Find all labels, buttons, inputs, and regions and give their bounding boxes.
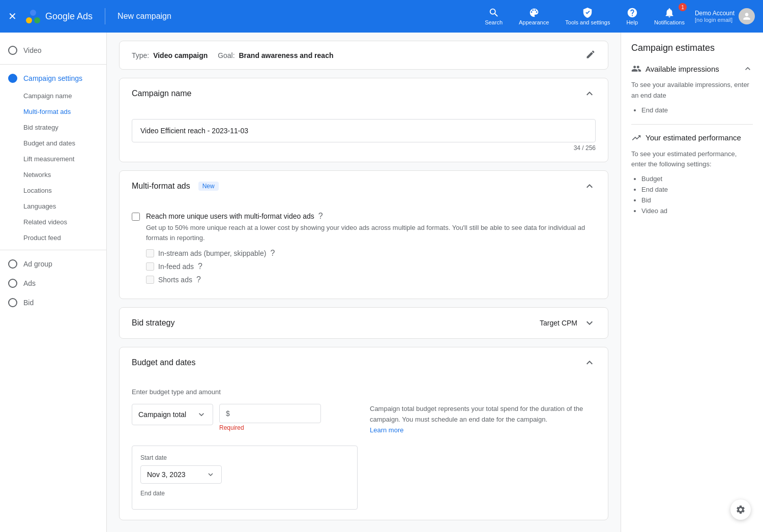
in-feed-help-icon[interactable]: ?: [198, 262, 202, 271]
search-icon: [488, 7, 500, 18]
notifications-action[interactable]: 1 Notifications: [648, 5, 691, 27]
multi-format-card: Multi-format ads New Reach more unique u…: [119, 170, 608, 299]
notification-badge-count: 1: [679, 3, 687, 11]
svg-point-0: [26, 17, 32, 23]
available-impressions-desc: To see your available impressions, enter…: [631, 80, 753, 101]
budget-body: Enter budget type and amount Campaign to…: [120, 378, 608, 520]
goal-label: Goal:: [218, 51, 234, 60]
appearance-action[interactable]: Appearance: [513, 5, 555, 27]
estimated-performance-header: Your estimated performance: [631, 133, 753, 143]
learn-more-link[interactable]: Learn more: [370, 426, 403, 434]
sidebar-item-lift-measurement[interactable]: Lift measurement: [0, 151, 106, 167]
enter-budget-label: Enter budget type and amount: [132, 388, 596, 396]
shorts-checkbox[interactable]: [146, 276, 154, 284]
sidebar-item-locations[interactable]: Locations: [0, 183, 106, 198]
budget-type-select[interactable]: Campaign total: [132, 404, 213, 425]
sidebar-item-multi-format[interactable]: Multi-format ads: [0, 104, 106, 120]
type-goal-card: Type: Video campaign Goal: Brand awarene…: [119, 41, 608, 70]
budget-amount-input[interactable]: [234, 409, 295, 418]
multi-format-checkbox[interactable]: [132, 213, 140, 221]
sidebar-circle-ads: [8, 279, 17, 288]
search-action[interactable]: Search: [479, 5, 509, 27]
edit-button[interactable]: [585, 49, 596, 61]
available-impressions-section: Available impressions To see your availa…: [631, 64, 753, 114]
campaign-name-section-header[interactable]: Campaign name: [120, 78, 608, 109]
tools-action[interactable]: Tools and settings: [559, 5, 616, 27]
edit-icon: [585, 49, 596, 60]
end-date-label: End date: [140, 490, 349, 497]
sidebar-label-ad-group: Ad group: [23, 260, 52, 268]
budget-type-label: Campaign total: [138, 410, 186, 419]
collapse-impressions-icon[interactable]: [743, 64, 753, 74]
collapse-icon-multiformat[interactable]: [583, 180, 596, 192]
multi-format-checkbox-desc: Get up to 50% more unique reach at a low…: [146, 223, 596, 243]
available-impressions-header: Available impressions: [631, 64, 753, 74]
sidebar-item-ads[interactable]: Ads: [0, 274, 106, 293]
bid-strategy-row[interactable]: Bid strategy Target CPM: [120, 308, 608, 338]
sidebar-item-campaign-settings[interactable]: Campaign settings: [0, 69, 106, 88]
sidebar-item-bid[interactable]: Bid: [0, 293, 106, 312]
multi-format-help-icon[interactable]: ?: [318, 212, 323, 221]
sidebar-label-video: Video: [23, 46, 42, 54]
budget-amount-field[interactable]: $: [219, 404, 321, 423]
sidebar-item-budget-dates[interactable]: Budget and dates: [0, 135, 106, 151]
shorts-label: Shorts ads: [158, 276, 192, 284]
type-label: Type:: [132, 51, 149, 60]
in-feed-checkbox[interactable]: [146, 262, 154, 271]
budget-left: Campaign total $ Required: [132, 404, 358, 510]
trending-icon: [631, 133, 641, 143]
topbar-divider: [105, 8, 105, 24]
sidebar-item-related-videos[interactable]: Related videos: [0, 214, 106, 230]
type-goal-text: Type: Video campaign Goal: Brand awarene…: [132, 51, 333, 60]
estimated-performance-section: Your estimated performance To see your e…: [631, 133, 753, 215]
multi-format-checkbox-label: Reach more unique users with multi-forma…: [146, 212, 314, 220]
help-label: Help: [626, 19, 638, 25]
perf-list-item-2: Bid: [641, 196, 753, 204]
multi-format-body: Reach more unique users with multi-forma…: [120, 201, 608, 299]
in-stream-checkbox[interactable]: [146, 249, 154, 257]
bid-strategy-card: Bid strategy Target CPM: [119, 307, 608, 339]
dates-section: Start date Nov 3, 2023 End date: [132, 446, 358, 510]
sidebar-item-product-feed[interactable]: Product feed: [0, 230, 106, 246]
bid-strategy-expand-icon[interactable]: [583, 317, 596, 329]
budget-dates-card: Budget and dates Enter budget type and a…: [119, 347, 608, 520]
right-panel: Campaign estimates Available impressions…: [621, 33, 763, 532]
start-date-select[interactable]: Nov 3, 2023: [140, 465, 222, 484]
collapse-icon-campaign[interactable]: [583, 87, 596, 100]
content-area: Type: Video campaign Goal: Brand awarene…: [107, 33, 621, 532]
sidebar-item-video[interactable]: Video: [0, 41, 106, 60]
budget-type-chevron: [196, 409, 207, 420]
user-name: Demo Account: [695, 10, 735, 17]
sidebar-circle-video: [8, 46, 17, 55]
budget-section-header[interactable]: Budget and dates: [120, 347, 608, 378]
in-stream-label: In-stream ads (bumper, skippable): [158, 249, 266, 257]
collapse-icon-budget[interactable]: [583, 357, 596, 369]
sidebar-item-ad-group[interactable]: Ad group: [0, 254, 106, 274]
estimated-performance-desc: To see your estimated performance, enter…: [631, 149, 753, 170]
tools-icon: [582, 7, 593, 18]
available-impressions-list: End date: [631, 106, 753, 114]
sidebar-item-languages[interactable]: Languages: [0, 198, 106, 214]
sidebar-item-networks[interactable]: Networks: [0, 167, 106, 183]
gear-float-button[interactable]: [730, 499, 751, 520]
help-action[interactable]: Help: [620, 5, 644, 27]
topbar: ✕ Google Ads New campaign Search Appeara…: [0, 0, 763, 33]
user-email: [no login email]: [695, 17, 735, 23]
multi-format-section-header[interactable]: Multi-format ads New: [120, 171, 608, 201]
shorts-checkbox-row: Shorts ads ?: [146, 275, 596, 284]
close-button[interactable]: ✕: [8, 10, 17, 22]
amount-field-wrapper: $ Required: [219, 404, 321, 431]
avatar: [739, 8, 755, 24]
in-stream-help-icon[interactable]: ?: [270, 249, 275, 258]
sidebar-item-bid-strategy[interactable]: Bid strategy: [0, 120, 106, 135]
search-label: Search: [485, 19, 503, 25]
sidebar-item-campaign-name[interactable]: Campaign name: [0, 88, 106, 104]
user-menu[interactable]: Demo Account [no login email]: [695, 8, 755, 24]
perf-list-item-3: Video ad: [641, 207, 753, 215]
budget-desc-text: Campaign total budget represents your to…: [370, 404, 596, 425]
available-impressions-title: Available impressions: [631, 64, 719, 74]
help-icon: [627, 7, 638, 18]
sidebar-circle-ad-group: [8, 259, 17, 269]
campaign-name-input[interactable]: [132, 119, 596, 142]
shorts-help-icon[interactable]: ?: [196, 275, 201, 284]
